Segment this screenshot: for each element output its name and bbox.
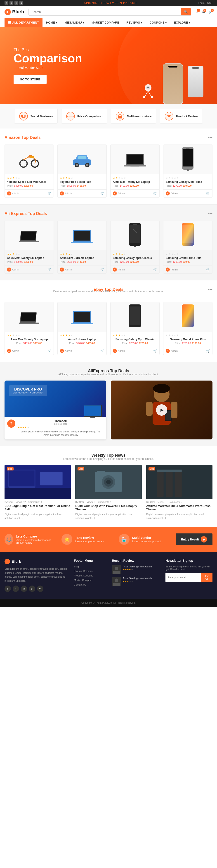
cart-icon[interactable]: 🛒 0 bbox=[209, 10, 213, 14]
product-card[interactable]: ★★★★★ Samsung Grand Prime Plus Price: $2… bbox=[163, 302, 213, 355]
product-footer: A Admin 🛒 bbox=[164, 266, 212, 273]
product-footer: A Admin 🛒 bbox=[164, 347, 212, 355]
product-card[interactable]: ★★★★★ Samsung Galaxy Mini Prime Price: $… bbox=[163, 145, 213, 197]
svg-rect-43 bbox=[19, 241, 39, 242]
product-card[interactable]: ★★★★★ Samsung Grand Prime Plus Price: $2… bbox=[163, 221, 213, 274]
add-to-cart-icon[interactable]: 🛒 bbox=[47, 268, 51, 271]
go-to-store-button[interactable]: GO TO STORE bbox=[13, 75, 46, 84]
product-name: Samsung Grand Prime Plus bbox=[166, 256, 210, 259]
product-card[interactable]: ★★★★★ Samsung Galaxy Xpro Classic Price:… bbox=[110, 221, 159, 274]
newsletter-email-input[interactable] bbox=[166, 573, 201, 582]
logo[interactable]: Blurb bbox=[4, 9, 24, 15]
footer-youtube-icon[interactable]: yt bbox=[37, 586, 43, 592]
facebook-icon[interactable]: f bbox=[4, 1, 8, 5]
admin-tag: A Admin bbox=[60, 268, 72, 272]
product-card[interactable]: ★★★★★ Yamaha Speed Star Mod Class Price:… bbox=[4, 145, 54, 197]
footer-twitter-icon[interactable]: t bbox=[13, 586, 19, 592]
product-card[interactable]: ★★★★★ Asus Max Twenty Six Laptop Price: … bbox=[4, 302, 54, 355]
search-input[interactable] bbox=[29, 8, 181, 16]
cat-multivendor-label: Multivendor store bbox=[127, 115, 151, 118]
footer-link-compare[interactable]: Market Compare bbox=[74, 579, 105, 582]
admin-avatar: A bbox=[113, 268, 117, 272]
amazon-more-icon[interactable]: ••• bbox=[208, 135, 213, 140]
cat-review-label: Product Review bbox=[176, 115, 198, 118]
wishlist-icon[interactable]: ♡ 0 bbox=[196, 10, 199, 14]
footer-link-coupons[interactable]: Product Coupons bbox=[74, 574, 105, 577]
footer-facebook-icon[interactable]: f bbox=[4, 586, 11, 592]
nav-megamenu[interactable]: MEGAMENU ▾ bbox=[61, 18, 88, 27]
footer-link-reviews[interactable]: Product Reviews bbox=[74, 570, 105, 572]
product-card[interactable]: ★★★★★ Asus Max Twenty Six Laptop Price: … bbox=[4, 221, 54, 274]
add-to-cart-icon[interactable]: 🛒 bbox=[47, 349, 51, 353]
enjoy-result-button[interactable]: Enjoy Result ▶ bbox=[176, 533, 213, 545]
add-to-cart-icon[interactable]: 🛒 bbox=[153, 349, 157, 353]
search-button[interactable]: 🔍 bbox=[181, 8, 191, 16]
footer-link-contact[interactable]: Contact Us bbox=[74, 583, 105, 586]
ebay-more-icon[interactable]: ••• bbox=[208, 287, 213, 292]
nav-home[interactable]: HOME ▾ bbox=[42, 18, 61, 27]
google-icon[interactable]: g bbox=[20, 1, 23, 5]
user-login[interactable]: Login bbox=[198, 2, 205, 4]
social-links: f t y g bbox=[4, 1, 23, 5]
nav-explore[interactable]: EXPLORE ▾ bbox=[171, 18, 194, 27]
product-card[interactable]: ★★★★★ Asus Slim Extreme Laptop Price: $6… bbox=[58, 221, 107, 274]
product-image bbox=[58, 221, 106, 250]
product-image bbox=[5, 302, 53, 332]
svg-rect-85 bbox=[40, 472, 63, 486]
product-info: ★★★★★ Yamaha Speed Star Mod Class Price:… bbox=[5, 174, 53, 189]
product-stars: ★★★★★ bbox=[113, 334, 157, 337]
admin-avatar: A bbox=[113, 349, 117, 353]
add-to-cart-icon[interactable]: 🛒 bbox=[153, 268, 157, 271]
footer-linkedin-icon[interactable]: in bbox=[21, 586, 27, 592]
product-stars: ★★★★★ bbox=[7, 177, 51, 179]
cat-social-business[interactable]: Social Business bbox=[14, 109, 58, 124]
add-to-cart-icon[interactable]: 🛒 bbox=[206, 268, 210, 271]
play-button[interactable]: ▶ bbox=[156, 404, 167, 416]
news-card[interactable]: Blog By: User Views: 8 Comments: 1 Build… bbox=[75, 465, 142, 520]
admin-avatar: A bbox=[7, 349, 11, 353]
nav-reviews[interactable]: REVIEWS ▾ bbox=[123, 18, 146, 27]
news-card[interactable]: Blog By: User Views: 12 Comments: 3 EDD … bbox=[4, 465, 71, 520]
currency-selector[interactable]: USD bbox=[207, 2, 213, 4]
product-card[interactable]: ★★★★★ Asus Max Twenty Six Laptop Price: … bbox=[110, 145, 159, 197]
product-card[interactable]: ★★★★★ Asus Extreme Laptop Price: $540.00… bbox=[58, 302, 107, 355]
cat-price-comparison[interactable]: Price Comparison bbox=[61, 109, 107, 124]
add-to-cart-icon[interactable]: 🛒 bbox=[100, 268, 104, 271]
newsletter-submit-button[interactable]: Join Us bbox=[201, 573, 213, 582]
social-business-icon bbox=[19, 112, 28, 121]
news-title-3: Affiliate Marketer Build Automated WordP… bbox=[146, 504, 213, 511]
footer-menu-title: Footer Menu bbox=[74, 559, 105, 562]
add-to-cart-icon[interactable]: 🛒 bbox=[47, 192, 51, 195]
add-to-cart-icon[interactable]: 🛒 bbox=[153, 192, 157, 195]
add-to-cart-icon[interactable]: 🛒 bbox=[100, 192, 104, 195]
aliexpress-feature-section: AliExpress Top Deals Affiliate, comparis… bbox=[0, 362, 217, 446]
product-footer: A Admin 🛒 bbox=[164, 189, 212, 197]
product-info: ★★★★★ Asus Extreme Laptop Price: $540.00… bbox=[58, 332, 106, 347]
department-menu[interactable]: ☰ ALL DEPARTMENT bbox=[4, 18, 42, 27]
add-to-cart-icon[interactable]: 🛒 bbox=[206, 349, 210, 353]
product-card[interactable]: ★★★★★ Samsung Galaxy Xpro Classic Price:… bbox=[110, 302, 159, 355]
footer-google-icon[interactable]: g+ bbox=[29, 586, 35, 592]
aliexpress-title: Ali Express Top Deals bbox=[4, 211, 47, 216]
news-image-2: Blog bbox=[75, 465, 142, 499]
news-card[interactable]: Blog By: User Views: 5 Comments: 2 Affil… bbox=[146, 465, 213, 520]
admin-tag: A Admin bbox=[60, 191, 72, 195]
youtube-icon[interactable]: y bbox=[14, 1, 18, 5]
add-to-cart-icon[interactable]: 🛒 bbox=[100, 349, 104, 353]
compare-icon[interactable]: ⇄ 0 bbox=[202, 10, 205, 14]
nav-coupons[interactable]: COUPONS ▾ bbox=[146, 18, 171, 27]
cat-multivendor[interactable]: Multivendor store bbox=[111, 109, 156, 124]
twitter-icon[interactable]: t bbox=[9, 1, 13, 5]
product-name: Toyota Price Speed Fast bbox=[60, 180, 104, 184]
aliexpress-more-icon[interactable]: ••• bbox=[208, 211, 213, 216]
add-to-cart-icon[interactable]: 🛒 bbox=[206, 192, 210, 195]
nav-market-compare[interactable]: MARKET COMPARE bbox=[88, 18, 123, 27]
cat-product-review[interactable]: Product Review bbox=[160, 109, 203, 124]
footer-link-blog[interactable]: Blog bbox=[74, 565, 105, 568]
amazon-rest: Top Deals bbox=[22, 135, 41, 140]
product-card[interactable]: ★★★★★ Toyota Price Speed Fast Price: $89… bbox=[58, 145, 107, 197]
svg-rect-94 bbox=[166, 470, 173, 497]
svg-rect-83 bbox=[9, 470, 35, 486]
aliexpress-section-header: Ali Express Top Deals ••• bbox=[4, 211, 213, 216]
footer-review-img-2 bbox=[112, 577, 121, 586]
